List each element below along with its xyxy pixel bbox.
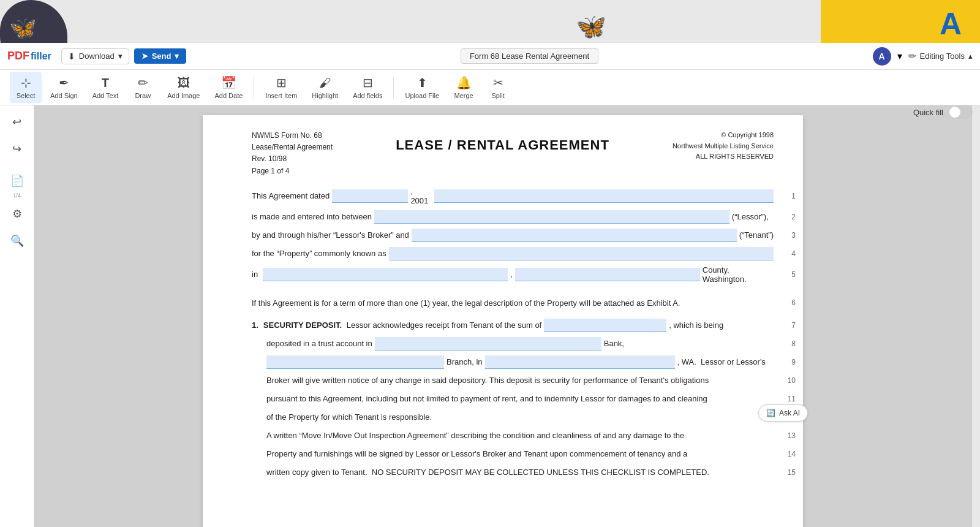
tool-add-sign-button[interactable]: ✒ Add Sign xyxy=(44,72,84,103)
right-scrollbar[interactable] xyxy=(971,105,980,527)
tool-select-button[interactable]: ⊹ Select xyxy=(10,72,42,103)
quick-fill-panel: Quick fill xyxy=(913,105,973,119)
line-1: 1 xyxy=(791,192,796,200)
copyright-text: © Copyright 1998 xyxy=(673,130,774,141)
section1-line11: pursuant to this Agreement, including bu… xyxy=(266,392,774,406)
line-11: 11 xyxy=(788,393,796,405)
insert-item-label: Insert Item xyxy=(265,92,297,99)
broker-label: by and through his/her “Lessor's Broker”… xyxy=(252,230,409,240)
logo-filler-text: filler xyxy=(31,51,51,62)
tool-merge-button[interactable]: 🔔 Merge xyxy=(448,72,480,103)
line13-text: A written “Move In/Move Out Inspection A… xyxy=(266,429,684,442)
which-being-text: , which is being xyxy=(669,320,723,330)
county-suffix: County, Washington. xyxy=(703,265,774,284)
tool-add-text-button[interactable]: T Add Text xyxy=(86,72,125,103)
bank-name-field[interactable] xyxy=(375,337,601,351)
bank-text: Bank, xyxy=(604,339,624,348)
deposited-text: deposited in a trust account in xyxy=(266,339,372,348)
form-rev: Rev. 10/98 xyxy=(252,153,333,165)
send-button[interactable]: ➤ Send ▾ xyxy=(134,48,187,64)
settings-button[interactable]: ⚙ xyxy=(6,202,29,226)
split-icon: ✂ xyxy=(493,75,503,90)
agreement-year-field[interactable] xyxy=(434,189,774,203)
page-thumbnail-panel[interactable]: 📄 1/4 xyxy=(6,169,29,199)
send-label: Send xyxy=(152,51,172,61)
property-field[interactable] xyxy=(389,247,774,260)
tool-insert-item-button[interactable]: ⊞ Insert Item xyxy=(259,72,303,103)
left-panel: ↩ ↪ 📄 1/4 ⚙ 🔍 xyxy=(0,105,34,527)
brand-logo-top-right: A xyxy=(940,6,962,42)
doc-page: NWMLS Form No. 68 Lease/Rental Agreement… xyxy=(203,115,803,527)
line-3: 3 xyxy=(791,231,796,240)
quick-fill-toggle[interactable] xyxy=(948,105,973,119)
tool-highlight-button[interactable]: 🖌 Highlight xyxy=(306,72,344,103)
add-sign-label: Add Sign xyxy=(50,92,78,99)
section1-row9: Branch, in , WA. Lessor or Lessor's 9 xyxy=(252,355,774,369)
spacer-1 xyxy=(252,289,774,298)
split-label: Split xyxy=(491,92,504,99)
doc-viewer[interactable]: NWMLS Form No. 68 Lease/Rental Agreement… xyxy=(34,105,971,527)
comma-2001: , 2001 xyxy=(410,187,432,205)
undo-button[interactable]: ↩ xyxy=(6,110,29,134)
lessor-field[interactable] xyxy=(374,210,729,224)
agreement-dated-label: This Agreement dated xyxy=(252,191,330,200)
lessor-suffix: (“Lessor”), xyxy=(732,212,769,221)
line14-text: Property and furnishings will be signed … xyxy=(266,447,687,461)
line-8: 8 xyxy=(791,339,796,348)
city-field[interactable] xyxy=(263,268,508,281)
exhibit-line-text: If this Agreement is for a term of more … xyxy=(252,298,680,308)
butterfly-icon-top-left: 🦋 xyxy=(9,15,37,41)
agreement-date-field[interactable] xyxy=(332,189,408,203)
highlight-icon: 🖌 xyxy=(319,76,331,90)
select-icon: ⊹ xyxy=(21,75,31,90)
toggle-knob xyxy=(949,107,960,118)
tool-split-button[interactable]: ✂ Split xyxy=(482,72,514,103)
ask-ai-button[interactable]: 🔄 Ask AI xyxy=(758,404,808,422)
tool-add-image-button[interactable]: 🖼 Add Image xyxy=(161,72,206,103)
line-5: 5 xyxy=(791,270,796,279)
tools-toolbar: ⊹ Select ✒ Add Sign T Add Text ✏ Draw 🖼 … xyxy=(0,70,980,105)
form-row-between: is made and entered into between (“Lesso… xyxy=(252,210,774,224)
page-count-label: 1/4 xyxy=(6,192,29,199)
main-content: ↩ ↪ 📄 1/4 ⚙ 🔍 NWMLS Form No. 68 Lease/Re… xyxy=(0,105,980,527)
broker-field[interactable] xyxy=(412,229,737,242)
form-row-agreement-dated: This Agreement dated , 2001 1 xyxy=(252,187,774,205)
doc-title-center: Form 68 Lease Rental Agreement xyxy=(191,48,867,64)
add-fields-icon: ⊟ xyxy=(363,75,373,90)
wa-text: , WA. Lessor or Lessor's xyxy=(677,357,766,366)
form-type: Lease/Rental Agreement xyxy=(252,142,333,153)
editing-tools-button[interactable]: ✏ Editing Tools ▴ xyxy=(908,50,973,62)
doc-header-right: © Copyright 1998 Northwest Multiple List… xyxy=(673,130,774,177)
avatar-chevron-icon: ▾ xyxy=(897,50,902,62)
section1-line12: of the Property for which Tenant is resp… xyxy=(266,411,774,424)
download-chevron-icon: ▾ xyxy=(118,51,123,61)
line15-text: written copy given to Tenant. NO SECURIT… xyxy=(266,466,709,479)
merge-label: Merge xyxy=(454,92,473,99)
branch-label: Branch, in xyxy=(447,357,483,366)
add-fields-label: Add fields xyxy=(353,92,382,99)
tool-upload-file-button[interactable]: ⬆ Upload File xyxy=(399,72,445,103)
branch-prefix-field[interactable] xyxy=(266,355,444,369)
merge-icon: 🔔 xyxy=(456,75,472,90)
draw-icon: ✏ xyxy=(138,75,148,90)
download-icon: ⬇ xyxy=(68,51,75,61)
branch-city-field[interactable] xyxy=(485,355,675,369)
user-avatar-button[interactable]: A xyxy=(873,47,891,66)
tool-draw-button[interactable]: ✏ Draw xyxy=(127,72,159,103)
tenant-suffix: (“Tenant”) xyxy=(739,230,774,240)
right-toolbar: A ▾ ✏ Editing Tools ▴ xyxy=(873,47,973,66)
download-label: Download xyxy=(79,51,115,61)
tool-add-fields-button[interactable]: ⊟ Add fields xyxy=(347,72,388,103)
download-button[interactable]: ⬇ Download ▾ xyxy=(61,48,129,64)
section1-row8: deposited in a trust account in Bank, 8 xyxy=(252,337,774,351)
spacer-2 xyxy=(252,313,774,319)
pages-icon: 📄 xyxy=(6,169,29,192)
zoom-button[interactable]: 🔍 xyxy=(6,229,29,252)
county-field[interactable] xyxy=(515,268,700,281)
exhibit-line-row: If this Agreement is for a term of more … xyxy=(252,298,774,308)
tool-add-date-button[interactable]: 📅 Add Date xyxy=(208,72,249,103)
security-amount-field[interactable] xyxy=(544,319,666,332)
line12-text: of the Property for which Tenant is resp… xyxy=(266,411,432,424)
quick-fill-label: Quick fill xyxy=(913,108,943,117)
redo-button[interactable]: ↪ xyxy=(6,137,29,161)
